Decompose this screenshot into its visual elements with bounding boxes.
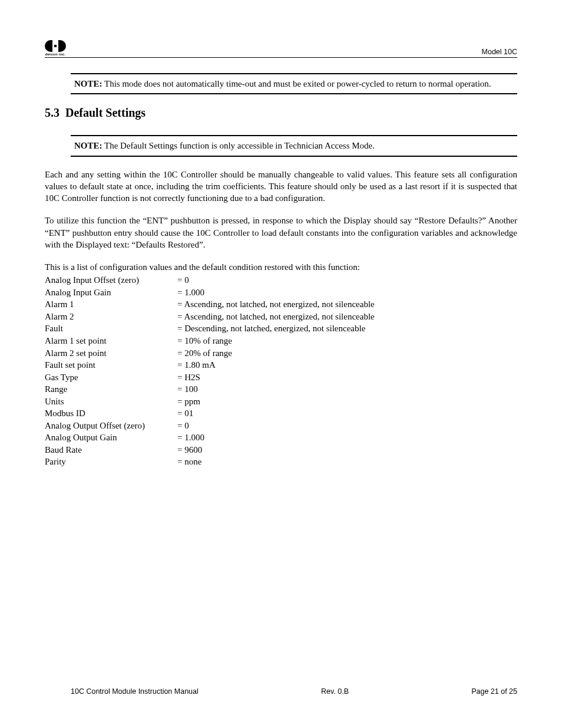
default-settings-table: Analog Input Offset (zero)= 0 Analog Inp… bbox=[45, 274, 517, 468]
logo-text: detcon inc. bbox=[45, 52, 66, 56]
setting-value: = 9600 bbox=[177, 444, 517, 456]
setting-value: = 10% of range bbox=[177, 335, 517, 347]
setting-label: Modbus ID bbox=[45, 407, 177, 420]
setting-label: Parity bbox=[45, 456, 177, 468]
note-label: NOTE: bbox=[74, 141, 103, 150]
setting-label: Fault set point bbox=[45, 359, 177, 371]
setting-value: = 1.000 bbox=[177, 286, 517, 299]
setting-value: = Descending, not latched, energized, no… bbox=[177, 322, 517, 335]
setting-value: = 01 bbox=[177, 407, 517, 420]
table-row: Analog Input Offset (zero)= 0 bbox=[45, 274, 517, 286]
setting-label: Range bbox=[45, 383, 177, 396]
table-row: Fault set point= 1.80 mA bbox=[45, 359, 517, 371]
note-box-1: NOTE: This mode does not automatically t… bbox=[71, 73, 517, 94]
setting-value: = ppm bbox=[177, 396, 517, 408]
section-heading: 5.3 Default Settings bbox=[45, 106, 517, 120]
document-page: detcon inc. Model 10C NOTE: This mode do… bbox=[0, 0, 562, 728]
setting-label: Baud Rate bbox=[45, 444, 177, 456]
table-row: Alarm 2 set point= 20% of range bbox=[45, 347, 517, 360]
table-row: Units= ppm bbox=[45, 396, 517, 408]
setting-label: Alarm 2 set point bbox=[45, 347, 177, 360]
table-row: Alarm 1= Ascending, not latched, not ene… bbox=[45, 298, 517, 311]
setting-label: Alarm 1 set point bbox=[45, 335, 177, 347]
setting-value: = 1.80 mA bbox=[177, 359, 517, 371]
setting-value: = 20% of range bbox=[177, 347, 517, 360]
setting-value: = Ascending, not latched, not energized,… bbox=[177, 311, 517, 323]
table-row: Parity= none bbox=[45, 456, 517, 468]
setting-label: Analog Input Gain bbox=[45, 286, 177, 299]
setting-value: = 0 bbox=[177, 420, 517, 432]
setting-label: Analog Output Gain bbox=[45, 431, 177, 444]
setting-value: = none bbox=[177, 456, 517, 468]
setting-label: Fault bbox=[45, 322, 177, 335]
note-label: NOTE: bbox=[74, 79, 103, 88]
table-row: Analog Output Offset (zero)= 0 bbox=[45, 420, 517, 432]
footer-right: Page 21 of 25 bbox=[471, 687, 517, 696]
settings-list-intro: This is a list of configuration values a… bbox=[45, 261, 517, 273]
footer-left: 10C Control Module Instruction Manual bbox=[71, 687, 199, 696]
setting-label: Analog Output Offset (zero) bbox=[45, 420, 177, 432]
setting-label: Alarm 2 bbox=[45, 311, 177, 323]
logo-icon bbox=[45, 40, 66, 52]
setting-label: Units bbox=[45, 396, 177, 408]
paragraph-1: Each and any setting within the 10C Cont… bbox=[45, 169, 517, 205]
page-footer: 10C Control Module Instruction Manual Re… bbox=[45, 687, 517, 696]
setting-label: Alarm 1 bbox=[45, 298, 177, 311]
note-text: This mode does not automatically time-ou… bbox=[104, 79, 491, 88]
setting-label: Analog Input Offset (zero) bbox=[45, 274, 177, 286]
page-content: NOTE: This mode does not automatically t… bbox=[45, 73, 517, 468]
table-row: Modbus ID= 01 bbox=[45, 407, 517, 420]
model-label: Model 10C bbox=[482, 48, 517, 56]
table-row: Alarm 1 set point= 10% of range bbox=[45, 335, 517, 347]
note-text: The Default Settings function is only ac… bbox=[104, 141, 375, 150]
setting-value: = 1.000 bbox=[177, 431, 517, 444]
table-row: Analog Output Gain= 1.000 bbox=[45, 431, 517, 444]
footer-center: Rev. 0.B bbox=[321, 687, 349, 696]
setting-value: = H2S bbox=[177, 371, 517, 384]
table-row: Baud Rate= 9600 bbox=[45, 444, 517, 456]
paragraph-2: To utilize this function the “ENT” pushb… bbox=[45, 215, 517, 251]
section-title: Default Settings bbox=[65, 106, 146, 119]
table-row: Alarm 2= Ascending, not latched, not ene… bbox=[45, 311, 517, 323]
table-row: Analog Input Gain= 1.000 bbox=[45, 286, 517, 299]
setting-value: = Ascending, not latched, not energized,… bbox=[177, 298, 517, 311]
table-row: Gas Type= H2S bbox=[45, 371, 517, 384]
table-row: Fault= Descending, not latched, energize… bbox=[45, 322, 517, 335]
section-number: 5.3 bbox=[45, 106, 59, 119]
page-header: detcon inc. Model 10C bbox=[45, 40, 517, 58]
table-row: Range= 100 bbox=[45, 383, 517, 396]
company-logo: detcon inc. bbox=[45, 40, 66, 56]
setting-value: = 0 bbox=[177, 274, 517, 286]
setting-value: = 100 bbox=[177, 383, 517, 396]
note-box-2: NOTE: The Default Settings function is o… bbox=[71, 135, 517, 156]
setting-label: Gas Type bbox=[45, 371, 177, 384]
